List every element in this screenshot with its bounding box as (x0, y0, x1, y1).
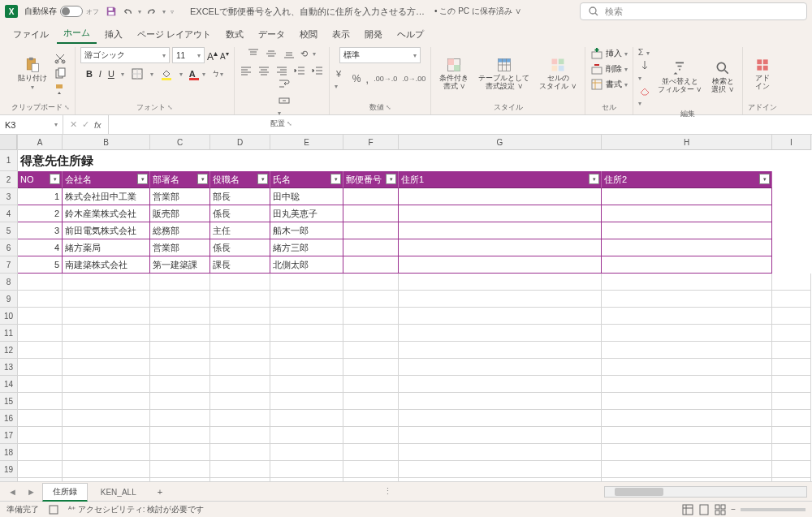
table-cell[interactable]: 3 (18, 222, 63, 239)
row-header[interactable]: 11 (0, 325, 17, 342)
format-cells-button[interactable]: 書式▾ (590, 78, 628, 91)
empty-cell[interactable] (210, 393, 270, 410)
table-header[interactable]: 役職名 (210, 171, 270, 188)
filter-button[interactable] (386, 174, 396, 184)
table-cell[interactable] (399, 239, 602, 256)
enter-formula-icon[interactable]: ✓ (82, 119, 89, 130)
row-header[interactable]: 5 (0, 222, 17, 239)
empty-cell[interactable] (602, 410, 772, 427)
table-cell[interactable]: 第一建築課 (150, 256, 210, 274)
empty-cell[interactable] (772, 308, 811, 325)
empty-cell[interactable] (210, 478, 270, 481)
row-header[interactable]: 15 (0, 393, 17, 410)
empty-cell[interactable] (63, 325, 150, 342)
filter-button[interactable] (50, 174, 60, 184)
col-header-A[interactable]: A (18, 135, 63, 150)
filter-button[interactable] (257, 174, 268, 184)
col-header-H[interactable]: H (602, 135, 772, 150)
format-as-table-button[interactable]: テーブルとして 書式設定 ∨ (475, 55, 533, 93)
dialog-launcher-icon[interactable]: ⤡ (167, 104, 173, 111)
merge-icon[interactable]: ▾ (278, 94, 291, 117)
empty-cell[interactable] (63, 342, 150, 359)
empty-cell[interactable] (602, 274, 772, 291)
empty-cell[interactable] (602, 308, 772, 325)
zoom-out-button[interactable]: − (731, 505, 736, 514)
wrap-text-icon[interactable] (278, 77, 291, 90)
empty-cell[interactable] (772, 478, 811, 481)
cancel-formula-icon[interactable]: ✕ (70, 119, 77, 130)
decrease-indent-icon[interactable] (293, 64, 306, 77)
empty-cell[interactable] (399, 308, 602, 325)
empty-cell[interactable] (210, 427, 270, 444)
align-center-icon[interactable] (257, 64, 270, 77)
empty-cell[interactable] (150, 444, 210, 461)
row-header[interactable]: 12 (0, 342, 17, 359)
empty-cell[interactable] (399, 291, 602, 308)
cut-icon[interactable] (54, 52, 67, 65)
table-cell[interactable]: 田中聡 (270, 188, 343, 205)
row-header[interactable]: 19 (0, 461, 17, 478)
align-left-icon[interactable] (240, 64, 253, 77)
table-cell[interactable]: 営業部 (150, 239, 210, 256)
empty-cell[interactable] (18, 291, 63, 308)
empty-cell[interactable] (343, 427, 399, 444)
empty-cell[interactable] (270, 376, 343, 393)
empty-cell[interactable] (399, 393, 602, 410)
empty-cell[interactable] (210, 342, 270, 359)
orientation-icon[interactable]: ⟲ (300, 49, 308, 59)
empty-cell[interactable] (602, 291, 772, 308)
tab-ページ レイアウト[interactable]: ページ レイアウト (131, 25, 218, 44)
row-header[interactable]: 20 (0, 478, 17, 481)
empty-cell[interactable] (270, 444, 343, 461)
empty-cell[interactable] (210, 444, 270, 461)
row-header[interactable]: 17 (0, 427, 17, 444)
empty-cell[interactable] (343, 444, 399, 461)
macro-record-icon[interactable] (49, 505, 58, 515)
normal-view-icon[interactable] (682, 504, 693, 515)
table-cell[interactable] (399, 188, 602, 205)
empty-cell[interactable] (150, 393, 210, 410)
comma-icon[interactable]: , (365, 72, 369, 85)
tab-挿入[interactable]: 挿入 (98, 25, 129, 44)
row-header[interactable]: 10 (0, 308, 17, 325)
empty-cell[interactable] (210, 376, 270, 393)
empty-cell[interactable] (772, 410, 811, 427)
table-cell[interactable]: 南建築株式会社 (63, 256, 150, 274)
empty-cell[interactable] (602, 478, 772, 481)
empty-cell[interactable] (18, 461, 63, 478)
empty-cell[interactable] (150, 342, 210, 359)
empty-cell[interactable] (18, 325, 63, 342)
empty-cell[interactable] (63, 359, 150, 376)
align-top-icon[interactable] (247, 47, 260, 60)
filter-button[interactable] (759, 174, 770, 184)
empty-cell[interactable] (18, 308, 63, 325)
empty-cell[interactable] (343, 291, 399, 308)
table-cell[interactable] (399, 222, 602, 239)
autosum-icon[interactable]: Σ ▾ (638, 47, 651, 57)
col-header-B[interactable]: B (63, 135, 150, 150)
col-header-I[interactable]: I (772, 135, 811, 150)
empty-cell[interactable] (343, 325, 399, 342)
empty-cell[interactable] (210, 274, 270, 291)
filter-button[interactable] (589, 174, 599, 184)
empty-cell[interactable] (210, 359, 270, 376)
empty-cell[interactable] (150, 461, 210, 478)
font-color-icon[interactable]: A (189, 69, 196, 79)
empty-cell[interactable] (150, 274, 210, 291)
row-header[interactable]: 6 (0, 239, 17, 256)
addins-button[interactable]: アド イン (751, 55, 774, 93)
italic-button[interactable]: I (99, 69, 102, 79)
table-cell[interactable]: 主任 (210, 222, 270, 239)
new-sheet-button[interactable]: + (149, 487, 171, 497)
row-header[interactable]: 1 (0, 150, 17, 171)
empty-cell[interactable] (63, 291, 150, 308)
empty-cell[interactable] (343, 308, 399, 325)
paste-button[interactable]: 貼り付け ▾ (15, 55, 50, 93)
tab-数式[interactable]: 数式 (219, 25, 250, 44)
dialog-launcher-icon[interactable]: ⤡ (386, 104, 391, 111)
number-format-combo[interactable]: 標準▾ (339, 47, 421, 63)
empty-cell[interactable] (18, 427, 63, 444)
col-header-C[interactable]: C (150, 135, 210, 150)
empty-cell[interactable] (63, 393, 150, 410)
empty-cell[interactable] (210, 410, 270, 427)
